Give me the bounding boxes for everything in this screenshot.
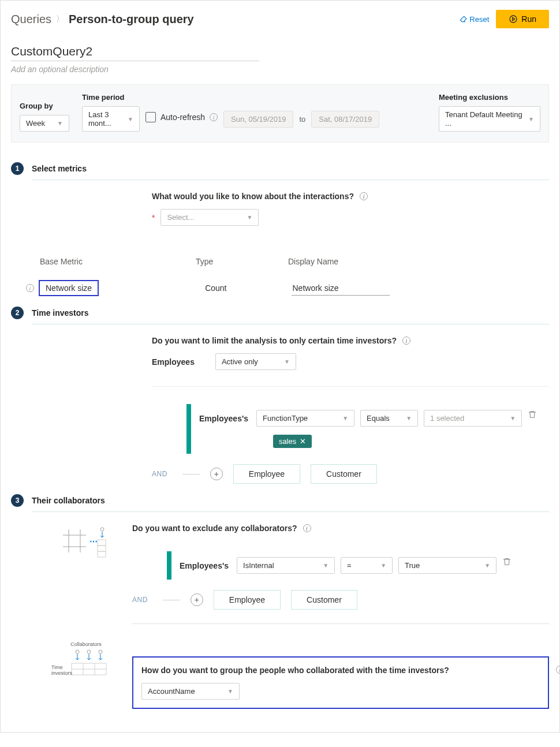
chevron-down-icon: ▼: [484, 562, 490, 569]
grouping-diagram: Collaborators Time investors: [51, 641, 121, 679]
metric-select-dropdown[interactable]: Select...▼: [160, 209, 259, 226]
svg-point-12: [99, 650, 102, 653]
groupby-dropdown[interactable]: Week▼: [20, 115, 69, 132]
groupby-label: Group by: [20, 102, 69, 110]
filter-tag-sales[interactable]: sales✕: [273, 435, 312, 448]
reset-label: Reset: [469, 15, 489, 24]
col-type: Type: [196, 257, 288, 266]
col-display-name: Display Name: [288, 257, 404, 266]
info-icon[interactable]: i: [303, 524, 311, 532]
add-filter-button[interactable]: +: [191, 593, 203, 606]
chevron-down-icon: ▼: [323, 562, 328, 569]
breadcrumb: Queries 〉 Person-to-group query: [11, 13, 194, 26]
metric-display-input[interactable]: Network size: [292, 281, 390, 296]
chevron-down-icon: ▼: [284, 358, 290, 365]
info-icon[interactable]: i: [556, 666, 560, 674]
date-to: Sat, 08/17/2019: [311, 111, 379, 128]
chevron-down-icon: ▼: [510, 415, 516, 421]
filter-accent-bar: [167, 551, 171, 580]
filter-label: Employees's: [199, 414, 248, 423]
date-from: Sun, 05/19/2019: [223, 111, 293, 128]
metric-base-chip[interactable]: Network size: [39, 280, 99, 296]
employee-button[interactable]: Employee: [233, 464, 300, 484]
grouping-prompt: How do you want to group the people who …: [141, 666, 449, 675]
filter-attr-dropdown[interactable]: IsInternal▼: [237, 557, 335, 574]
section-3-badge: 3: [11, 494, 24, 507]
section-3-title: Their collaborators: [32, 496, 105, 505]
chevron-down-icon: ▼: [380, 562, 386, 569]
chevron-down-icon: ▼: [247, 214, 253, 221]
chevron-down-icon: ▼: [342, 415, 348, 421]
trash-icon[interactable]: [502, 557, 512, 574]
grouping-dropdown[interactable]: AccountName▼: [141, 683, 240, 700]
exclusions-label: Meeting exclusions: [439, 93, 540, 102]
svg-point-11: [87, 650, 91, 653]
and-label: AND: [132, 596, 148, 604]
autorefresh-checkbox[interactable]: [145, 112, 156, 122]
chevron-down-icon: ▼: [57, 120, 63, 126]
close-icon[interactable]: ✕: [300, 437, 306, 446]
svg-point-5: [100, 528, 104, 531]
info-icon[interactable]: i: [210, 113, 218, 121]
chevron-down-icon: ▼: [227, 688, 233, 694]
svg-text:investors: investors: [51, 670, 73, 676]
info-icon[interactable]: i: [402, 337, 410, 345]
chevron-down-icon: ▼: [406, 415, 412, 421]
and-label: AND: [152, 470, 167, 478]
svg-text:⋯: ⋯: [89, 537, 98, 546]
customer-button[interactable]: Customer: [311, 464, 377, 484]
metric-type-value: Count: [205, 283, 226, 293]
svg-rect-6: [98, 540, 106, 546]
filter-op-dropdown[interactable]: =▼: [341, 557, 393, 574]
timeperiod-dropdown[interactable]: Last 3 mont...▼: [82, 106, 140, 132]
section-1-title: Select metrics: [32, 164, 87, 173]
col-base-metric: Base Metric: [40, 257, 196, 266]
exclusions-dropdown[interactable]: Tenant Default Meeting ...▼: [439, 106, 540, 132]
query-description[interactable]: Add an optional description: [11, 65, 549, 74]
section-2-badge: 2: [11, 307, 24, 319]
employee-button[interactable]: Employee: [214, 590, 281, 610]
timeperiod-label: Time period: [82, 93, 379, 102]
eraser-icon: [459, 15, 467, 23]
filter-op-dropdown[interactable]: Equals▼: [360, 410, 418, 427]
chevron-right-icon: 〉: [56, 14, 64, 24]
investors-prompt: Do you want to limit the analysis to onl…: [152, 336, 397, 345]
query-name-input[interactable]: [11, 42, 259, 61]
params-bar: Group by Week▼ Time period Last 3 mont..…: [11, 84, 549, 143]
play-circle-icon: [509, 14, 518, 24]
to-label: to: [299, 115, 305, 124]
svg-point-0: [510, 16, 517, 23]
add-filter-button[interactable]: +: [210, 468, 223, 480]
autorefresh-label: Auto-refresh: [160, 113, 205, 122]
run-button[interactable]: Run: [496, 10, 549, 28]
filter-accent-bar: [186, 404, 191, 454]
filter-attr-dropdown[interactable]: FunctionType▼: [256, 410, 354, 427]
required-asterisk: *: [152, 213, 155, 222]
breadcrumb-root[interactable]: Queries: [11, 13, 51, 26]
breadcrumb-current: Person-to-group query: [69, 13, 194, 26]
reset-button[interactable]: Reset: [459, 15, 489, 24]
run-label: Run: [521, 14, 536, 24]
filter-value-dropdown[interactable]: True▼: [398, 557, 496, 574]
filter-value-dropdown[interactable]: 1 selected▼: [424, 410, 522, 427]
svg-rect-7: [98, 546, 106, 551]
filter-label: Employees's: [180, 561, 229, 570]
chevron-down-icon: ▼: [128, 116, 133, 122]
collaborators-diagram: ⋯: [51, 524, 121, 566]
section-1-badge: 1: [11, 162, 24, 175]
section-2-title: Time investors: [32, 308, 89, 318]
svg-text:Time: Time: [51, 664, 63, 670]
customer-button[interactable]: Customer: [291, 590, 357, 610]
svg-point-10: [76, 650, 79, 653]
info-icon[interactable]: i: [26, 284, 34, 292]
collab-prompt: Do you want to exclude any collaborators…: [132, 524, 297, 533]
svg-rect-8: [98, 551, 106, 557]
metrics-prompt: What would you like to know about the in…: [152, 192, 354, 201]
employees-dropdown[interactable]: Active only▼: [215, 353, 296, 370]
info-icon[interactable]: i: [360, 192, 368, 200]
trash-icon[interactable]: [528, 410, 537, 427]
employees-label: Employees: [152, 357, 195, 367]
chevron-down-icon: ▼: [528, 116, 534, 122]
